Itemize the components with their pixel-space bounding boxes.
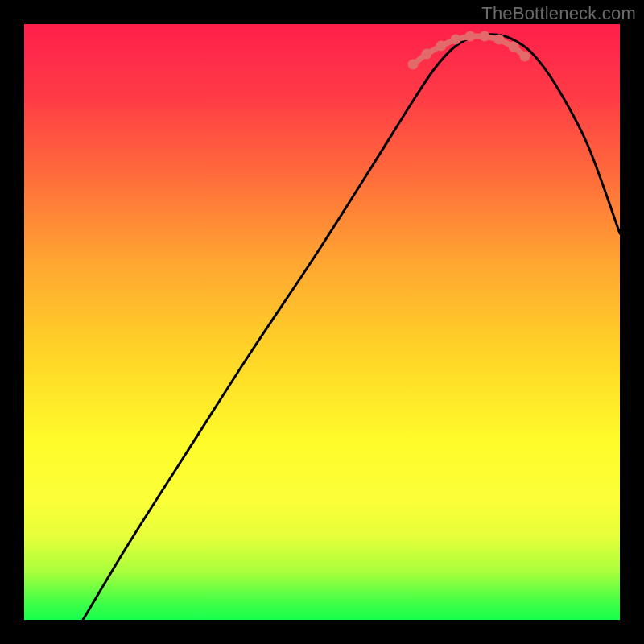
optimal-range-dot [520,52,530,62]
optimal-range-dot [465,31,476,42]
optimal-range-dot [480,31,490,42]
optimal-range-dot [494,35,505,45]
optimal-range-dot [451,35,461,45]
optimal-range-dot [422,49,432,60]
optimal-range-markers [408,31,530,70]
optimal-range-dot [408,60,419,70]
chart-frame: TheBottleneck.com [0,0,644,644]
optimal-range-dot [436,41,447,52]
watermark-text: TheBottleneck.com [481,3,636,24]
bottleneck-curve [83,35,620,620]
optimal-range-dot [509,42,519,52]
plot-area [24,24,620,620]
curve-layer [24,24,620,620]
